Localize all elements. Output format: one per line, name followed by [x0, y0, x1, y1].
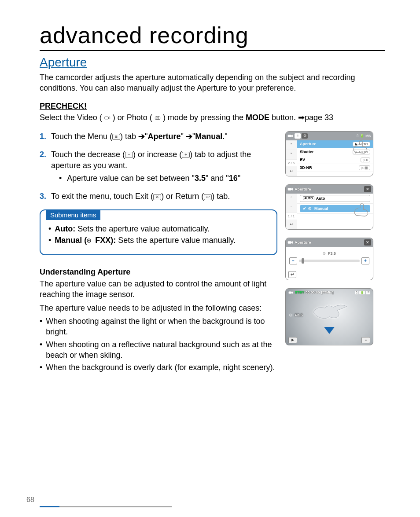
menu-tab-icon[interactable]: ≡ — [295, 133, 301, 139]
scroll-up-button[interactable]: ˄ — [286, 140, 297, 150]
step-1-number: 1. — [40, 131, 51, 142]
scroll-down-button[interactable]: ˅ — [286, 150, 297, 160]
menu-button[interactable]: ≡ — [361, 337, 370, 343]
photo-mode-icon — [155, 115, 161, 121]
section-title: Aperture — [40, 55, 385, 70]
steps-list: 1. Touch the Menu (≡) tab ➔"Aperture" ➔"… — [40, 131, 277, 202]
screenshot-aperture-slider: Aperture ✕ F3.5 − + ↩ — [285, 238, 373, 280]
case-1: When shooting against the light or when … — [46, 316, 277, 337]
settings-tab-icon[interactable]: ⚙ — [302, 133, 308, 139]
understanding-p2: The aperture value needs to be adjusted … — [40, 303, 277, 313]
timecode: 00:00:00 — [306, 290, 320, 294]
screenshot-menu-list: ≡ ⚙ ▯🔋MIN ˄ ˅ 2 / 6 ↩ Aperture ▶AUTO — [285, 131, 373, 176]
svg-rect-0 — [104, 117, 108, 119]
svg-point-5 — [88, 240, 90, 242]
return-button[interactable]: ↩ — [286, 220, 297, 229]
exit-icon: ✕ — [153, 194, 161, 200]
stby-label: STBY — [295, 290, 304, 294]
step-3-number: 3. — [40, 191, 51, 202]
screenshot-live-preview: STBY 00:00:00 [55Min] ▯🔋ᴴᴰ F3.5 ▶ ≡ — [285, 288, 373, 345]
understanding-heading: Understanding Aperture — [40, 268, 277, 277]
submenu-box: Submenu items Auto: Sets the aperture va… — [40, 209, 277, 256]
return-button[interactable]: ↩ — [288, 271, 296, 278]
svg-point-15 — [291, 315, 291, 315]
menu-row-aperture[interactable]: Aperture ▶AUTO — [297, 140, 373, 148]
page-indicator: 1 / 1 — [286, 213, 297, 220]
increase-button[interactable]: + — [361, 257, 369, 264]
scroll-down-button[interactable]: ˅ — [286, 203, 297, 213]
submenu-tag: Submenu items — [46, 210, 100, 220]
aperture-slider[interactable] — [299, 260, 360, 262]
case-2: When shooting on a reflective natural ba… — [46, 339, 277, 361]
svg-rect-3 — [157, 116, 158, 117]
page-number: 68 — [26, 496, 34, 504]
manual-aperture-icon — [308, 207, 313, 210]
svg-point-2 — [157, 117, 158, 119]
option-manual[interactable]: ✔Manual — [297, 204, 373, 214]
scroll-up-button[interactable]: ˄ — [286, 194, 297, 203]
decrease-icon: − — [125, 152, 133, 158]
case-3: When the background is overly dark (for … — [46, 362, 275, 373]
status-icons: ▯🔋MIN — [357, 134, 371, 138]
option-auto[interactable]: AUTOAuto — [297, 194, 373, 204]
aperture-value: F3.5 — [289, 251, 369, 256]
chapter-title: advanced recording — [40, 22, 385, 51]
aperture-overlay: F3.5 — [289, 313, 303, 317]
close-button[interactable]: ✕ — [364, 186, 371, 192]
footer-accent-bar — [40, 506, 172, 507]
svg-rect-7 — [288, 188, 291, 191]
submenu-auto: Auto: Sets the aperture value automatica… — [48, 224, 269, 234]
play-indicator-icon — [324, 327, 335, 334]
menu-tab-icon: ≡ — [112, 134, 120, 140]
increase-icon: + — [182, 152, 190, 158]
step-2-text: Touch the decrease (−) or increase (+) t… — [51, 149, 277, 184]
step-2-number: 2. — [40, 149, 51, 184]
understanding-p1: The aperture value can be adjusted to co… — [40, 279, 277, 300]
submenu-manual: Manual ( FXX): Sets the aperture value m… — [48, 235, 269, 246]
status-icons: ▯🔋ᴴᴰ — [355, 291, 370, 294]
playback-button[interactable]: ▶ — [288, 337, 297, 343]
menu-row-3dnr[interactable]: 3D-NR ▷▦ — [297, 164, 373, 172]
page-indicator: 2 / 6 — [286, 160, 297, 166]
video-icon — [287, 240, 294, 245]
svg-point-9 — [309, 208, 310, 209]
video-icon — [287, 187, 294, 192]
svg-rect-6 — [288, 135, 291, 137]
decrease-button[interactable]: − — [289, 257, 297, 264]
precheck-label: PRECHECK! — [40, 102, 385, 111]
remaining: [55Min] — [321, 290, 333, 294]
close-button[interactable]: ✕ — [364, 239, 371, 246]
card-title: Aperture — [295, 240, 311, 245]
video-icon — [287, 133, 294, 139]
screenshot-aperture-options: Aperture ✕ ˄ ˅ 1 / 1 ↩ AUTOAuto ✔Manual — [285, 184, 373, 230]
step-1-text: Touch the Menu (≡) tab ➔"Aperture" ➔"Man… — [51, 131, 277, 142]
svg-rect-10 — [288, 241, 291, 244]
menu-row-shutter[interactable]: Shutter ▷AUTO — [297, 148, 373, 156]
card-title: Aperture — [295, 187, 311, 191]
svg-rect-13 — [289, 291, 292, 293]
cases-list: When shooting against the light or when … — [40, 316, 277, 373]
step-2-bullet: Aperture value can be set between "3.5" … — [59, 173, 277, 184]
video-icon — [288, 290, 294, 295]
video-mode-icon — [104, 115, 111, 121]
svg-point-12 — [324, 253, 325, 254]
menu-row-ev[interactable]: EV ▷0 — [297, 156, 373, 164]
step-3-text: To exit the menu, touch Exit (✕) or Retu… — [51, 191, 277, 202]
precheck-line: Select the Video ( ) or Photo ( ) mode b… — [40, 113, 385, 122]
bird-illustration — [309, 303, 349, 321]
manual-aperture-icon — [87, 238, 93, 243]
return-icon: ↩ — [204, 194, 212, 200]
return-button[interactable]: ↩ — [286, 166, 297, 176]
intro-text: The camcorder adjusts the aperture autom… — [40, 72, 385, 94]
